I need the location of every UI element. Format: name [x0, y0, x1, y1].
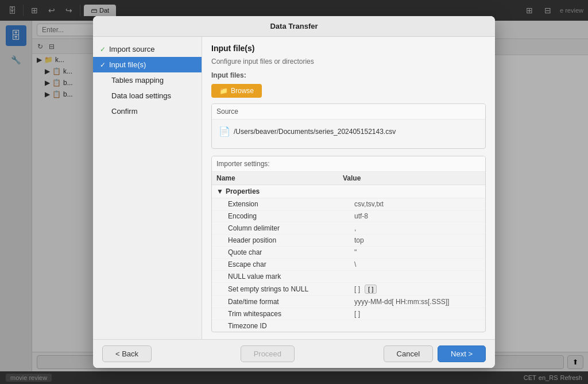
- csv-file-icon: 📄: [219, 126, 230, 137]
- source-section-body: 📄 /Users/beaver/Documents/series_2024051…: [212, 120, 485, 148]
- proceed-button[interactable]: Proceed: [241, 345, 295, 362]
- prop-row-delimiter: Column delimiter ,: [212, 222, 485, 235]
- props-table: Name Value ▼ Properties Extension csv,ts…: [212, 172, 485, 332]
- outer-container: 🗄 ⊞ ↩ ↪ 🗃 Dat ⊞ ⊟ e review 🗄 🔧: [0, 0, 588, 384]
- input-files-section: Input files: 📁 Browse: [211, 71, 486, 103]
- props-group-properties: ▼ Properties: [212, 185, 485, 198]
- prop-name-datetime: Date/time format: [228, 298, 354, 306]
- importer-settings-section: Importer settings: Name Value ▼ Properti…: [211, 156, 486, 332]
- modal-sidebar: ✓ Import source ✓ Input file(s) Tables m…: [93, 37, 202, 339]
- content-title: Input file(s): [211, 44, 486, 53]
- footer-left-buttons: < Back: [102, 345, 152, 362]
- col-name-header: Name: [216, 174, 343, 182]
- next-button[interactable]: Next >: [438, 345, 486, 362]
- modal-dialog: Data Transfer ✓ Import source ✓ Input fi…: [93, 16, 495, 368]
- nav-import-source[interactable]: ✓ Import source: [93, 41, 202, 57]
- browse-row: 📁 Browse: [211, 84, 486, 98]
- prop-row-header-pos: Header position top: [212, 235, 485, 247]
- prop-value-extension: csv,tsv,txt: [354, 200, 481, 208]
- browse-btn-label: Browse: [231, 87, 254, 95]
- prop-row-null-mark: NULL value mark: [212, 271, 485, 283]
- prop-row-trim: Trim whitespaces [ ]: [212, 308, 485, 320]
- footer-center-buttons: Proceed: [241, 345, 295, 362]
- modal-overlay: Data Transfer ✓ Import source ✓ Input fi…: [0, 0, 588, 384]
- content-section-header: Input file(s) Configure input files or d…: [211, 44, 486, 66]
- file-path: /Users/beaver/Documents/series_202405152…: [234, 128, 396, 136]
- prop-value-quote: ": [354, 248, 481, 256]
- nav-label-import: Import source: [109, 45, 154, 53]
- prop-row-escape: Escape char \: [212, 259, 485, 271]
- prop-name-delimiter: Column delimiter: [228, 224, 354, 232]
- source-section: Source 📄 /Users/beaver/Documents/series_…: [211, 103, 486, 149]
- prop-value-trim: [ ]: [354, 310, 481, 318]
- source-section-label: Source: [212, 104, 485, 120]
- prop-row-quote: Quote char ": [212, 247, 485, 259]
- nav-tables-mapping[interactable]: Tables mapping: [93, 72, 202, 88]
- modal-body: ✓ Import source ✓ Input file(s) Tables m…: [93, 37, 495, 339]
- prop-value-header-pos: top: [354, 236, 481, 244]
- check-icon-import: ✓: [100, 45, 106, 53]
- nav-input-files[interactable]: ✓ Input file(s): [93, 57, 202, 72]
- prop-name-encoding: Encoding: [228, 212, 354, 220]
- nav-label-dataload: Data load settings: [111, 91, 171, 100]
- back-button[interactable]: < Back: [102, 345, 152, 362]
- prop-name-escape: Escape char: [228, 260, 354, 268]
- prop-value-datetime: yyyy-MM-dd[ HH:mm:ss[.SSS]]: [354, 298, 481, 306]
- modal-main-content: Input file(s) Configure input files or d…: [202, 37, 495, 339]
- importer-settings-label: Importer settings:: [212, 156, 485, 172]
- group-expand-icon: ▼: [216, 187, 223, 195]
- nav-label-input: Input file(s): [109, 60, 146, 69]
- prop-name-trim: Trim whitespaces: [228, 310, 354, 318]
- prop-name-empty-null: Set empty strings to NULL: [228, 285, 354, 293]
- prop-value-empty-null: [ ] [ ]: [354, 285, 481, 294]
- prop-value-encoding: utf-8: [354, 212, 481, 220]
- prop-row-extension: Extension csv,tsv,txt: [212, 198, 485, 210]
- empty-null-edit-btn[interactable]: [ ]: [365, 285, 377, 294]
- modal-titlebar: Data Transfer: [93, 16, 495, 37]
- nav-label-confirm: Confirm: [111, 107, 138, 116]
- prop-name-quote: Quote char: [228, 248, 354, 256]
- prop-row-empty-null: Set empty strings to NULL [ ] [ ]: [212, 283, 485, 296]
- cancel-button[interactable]: Cancel: [384, 345, 433, 362]
- nav-confirm[interactable]: Confirm: [93, 103, 202, 119]
- prop-row-datetime: Date/time format yyyy-MM-dd[ HH:mm:ss[.S…: [212, 296, 485, 308]
- modal-title: Data Transfer: [270, 22, 318, 30]
- prop-row-encoding: Encoding utf-8: [212, 210, 485, 222]
- prop-value-escape: \: [354, 260, 481, 268]
- folder-icon: 📁: [219, 87, 228, 95]
- prop-name-null-mark: NULL value mark: [228, 272, 354, 281]
- footer-right-buttons: Cancel Next >: [384, 345, 486, 362]
- props-table-header: Name Value: [212, 172, 485, 185]
- file-entry: 📄 /Users/beaver/Documents/series_2024051…: [216, 124, 481, 139]
- prop-name-header-pos: Header position: [228, 236, 354, 244]
- nav-label-tables: Tables mapping: [111, 76, 164, 85]
- modal-footer: < Back Proceed Cancel Next >: [93, 339, 495, 368]
- check-icon-input: ✓: [100, 61, 106, 69]
- prop-name-extension: Extension: [228, 200, 354, 208]
- prop-name-timezone: Timezone ID: [228, 322, 354, 330]
- prop-row-timezone: Timezone ID: [212, 320, 485, 332]
- browse-button[interactable]: 📁 Browse: [211, 84, 262, 98]
- col-value-header: Value: [343, 174, 481, 182]
- group-label: Properties: [226, 187, 260, 195]
- prop-value-delimiter: ,: [354, 224, 481, 232]
- input-files-label: Input files:: [211, 71, 486, 79]
- content-subtitle: Configure input files or directories: [211, 57, 486, 66]
- nav-data-load[interactable]: Data load settings: [93, 88, 202, 103]
